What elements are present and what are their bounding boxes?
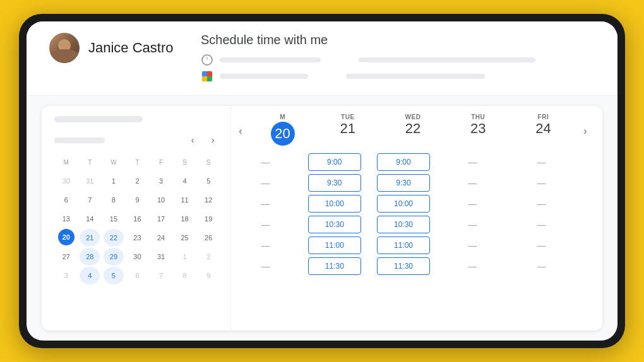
cal-day[interactable]: 18: [175, 210, 195, 228]
fri-slot-5: —: [515, 236, 568, 254]
week-next-button[interactable]: ›: [576, 122, 595, 141]
cal-day[interactable]: 9: [198, 267, 218, 284]
cal-day[interactable]: 23: [127, 229, 147, 247]
cal-week-2: 6 7 8 9 10 11 12: [54, 190, 220, 209]
tue-slot-1000[interactable]: 10:00: [308, 195, 361, 213]
tue-slot-1030[interactable]: 10:30: [308, 216, 361, 233]
schedule-info: Schedule time with me: [201, 33, 595, 86]
cal-header-S1: S: [175, 153, 195, 171]
header: Janice Castro Schedule time with me: [27, 21, 617, 96]
day-column-wed: WED 22: [380, 114, 445, 148]
wed-slot-1100[interactable]: 11:00: [377, 236, 430, 254]
cal-day[interactable]: 25: [175, 229, 195, 247]
gcal-red: [207, 71, 212, 76]
calendar-arrows: ‹ ›: [185, 132, 220, 148]
gcal-green: [207, 76, 212, 81]
cal-day-29[interactable]: 29: [104, 248, 124, 266]
calendar-bar: [220, 74, 308, 79]
schedule-row-duration: [201, 54, 595, 66]
cal-day-4-next[interactable]: 4: [80, 267, 100, 284]
tue-header: TUE 21: [340, 114, 355, 138]
cal-day[interactable]: 1: [104, 172, 124, 190]
cal-day[interactable]: 16: [127, 210, 147, 228]
cal-day[interactable]: 14: [80, 210, 100, 228]
cal-day[interactable]: 30: [127, 248, 147, 266]
tue-slot-1100[interactable]: 11:00: [308, 236, 361, 254]
wed-header: WED 22: [405, 114, 421, 138]
cal-day[interactable]: 5: [198, 172, 218, 190]
cal-day[interactable]: 24: [151, 229, 171, 247]
cal-day[interactable]: 12: [198, 191, 218, 209]
cal-header-W: W: [104, 153, 124, 171]
week-prev-button[interactable]: ‹: [231, 122, 250, 141]
cal-day[interactable]: 15: [104, 210, 124, 228]
avatar-image: [49, 33, 80, 63]
cal-week-5: 27 28 29 30 31 1 2: [54, 247, 220, 266]
wed-slot-1000[interactable]: 10:00: [377, 195, 430, 213]
wed-slot-1030[interactable]: 10:30: [377, 216, 430, 233]
fri-header: FRI 24: [535, 114, 551, 138]
tue-slot-1130[interactable]: 11:30: [308, 257, 361, 275]
cal-day-21[interactable]: 21: [80, 229, 100, 247]
thu-header: THU 23: [470, 114, 486, 138]
cal-day[interactable]: 26: [198, 229, 218, 247]
cal-day[interactable]: 27: [56, 248, 76, 266]
mon-slot-3: —: [239, 195, 292, 213]
mon-label: M: [280, 114, 285, 120]
cal-day[interactable]: 2: [198, 248, 218, 266]
tue-label: TUE: [341, 114, 355, 120]
cal-day[interactable]: 6: [127, 267, 147, 284]
cal-day[interactable]: 30: [56, 172, 76, 190]
cal-day[interactable]: 3: [151, 172, 171, 190]
cal-day[interactable]: 13: [56, 210, 76, 228]
cal-week-6: 3 4 5 6 7 8 9: [54, 266, 220, 285]
cal-day[interactable]: 31: [80, 172, 100, 190]
wed-slot-930[interactable]: 9:30: [377, 174, 430, 192]
schedule-row-calendar: [201, 70, 595, 83]
fri-num: 24: [535, 122, 551, 136]
cal-week-4: 20 21 22 23 24 25 26: [54, 228, 220, 247]
gcal-blue: [202, 71, 207, 76]
cal-day[interactable]: 10: [151, 191, 171, 209]
cal-day[interactable]: 8: [175, 267, 195, 284]
cal-day-5-next[interactable]: 5: [104, 267, 124, 284]
cal-day[interactable]: 8: [104, 191, 124, 209]
thu-label: THU: [471, 114, 485, 120]
cal-day[interactable]: 19: [198, 210, 218, 228]
cal-day[interactable]: 3: [56, 267, 76, 284]
cal-day[interactable]: 11: [175, 191, 195, 209]
thu-slot-4: —: [446, 216, 499, 233]
cal-header-T1: T: [80, 153, 100, 171]
cal-header-S2: S: [198, 153, 218, 171]
fri-slot-6: —: [515, 257, 568, 275]
cal-next-button[interactable]: ›: [205, 132, 220, 148]
avatar: [49, 33, 80, 63]
tue-slot-930[interactable]: 9:30: [308, 174, 361, 192]
mon-slot-4: —: [239, 216, 292, 233]
cal-day[interactable]: 4: [175, 172, 195, 190]
mon-slot-5: —: [239, 236, 292, 254]
cal-day[interactable]: 9: [127, 191, 147, 209]
cal-day[interactable]: 17: [151, 210, 171, 228]
profile-section: Janice Castro: [49, 33, 176, 63]
google-calendar-icon: [201, 71, 213, 82]
cal-day-22[interactable]: 22: [104, 229, 124, 247]
thu-slot-1: —: [446, 153, 499, 171]
cal-day[interactable]: 31: [151, 248, 171, 266]
cal-prev-button[interactable]: ‹: [185, 132, 200, 148]
wed-slot-1130[interactable]: 11:30: [377, 257, 430, 275]
cal-day[interactable]: 6: [56, 191, 76, 209]
tue-slot-900[interactable]: 9:00: [308, 153, 361, 171]
thu-slot-6: —: [446, 257, 499, 275]
cal-day[interactable]: 7: [151, 267, 171, 284]
thu-num: 23: [470, 122, 486, 136]
day-column-tue: TUE 21: [315, 114, 380, 148]
wed-slot-900[interactable]: 9:00: [377, 153, 430, 171]
cal-day[interactable]: 1: [175, 248, 195, 266]
cal-day-today[interactable]: 20: [58, 229, 75, 245]
mon-num: 20: [271, 122, 295, 146]
cal-header-F: F: [151, 153, 171, 171]
cal-day[interactable]: 7: [80, 191, 100, 209]
cal-day[interactable]: 2: [127, 172, 147, 190]
cal-day-28[interactable]: 28: [80, 248, 100, 266]
